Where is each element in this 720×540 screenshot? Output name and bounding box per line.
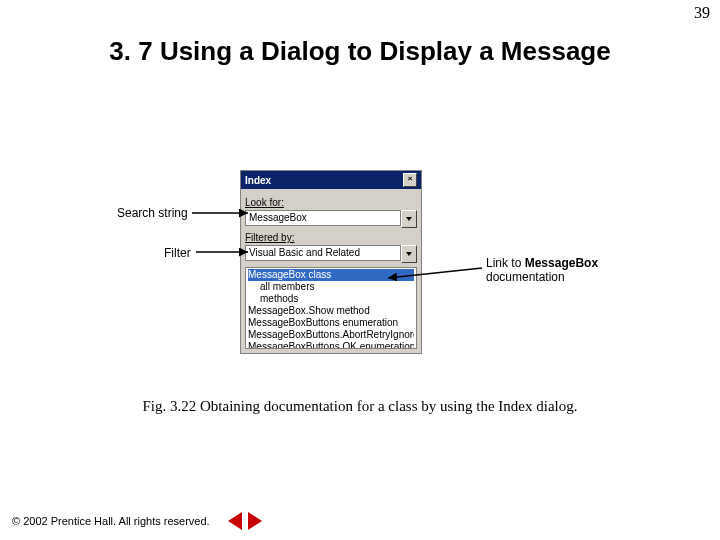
page-number: 39	[694, 4, 710, 22]
dialog-title: Index	[245, 175, 271, 186]
list-item[interactable]: MessageBoxButtons enumeration	[248, 317, 414, 329]
dialog-titlebar: Index ×	[241, 171, 421, 189]
page-title: 3. 7 Using a Dialog to Display a Message	[0, 36, 720, 67]
lookfor-input[interactable]: MessageBox	[245, 210, 401, 226]
filteredby-label: Filtered by:	[245, 232, 417, 243]
list-item[interactable]: all members	[248, 281, 414, 293]
results-list[interactable]: MessageBox class all members methods Mes…	[245, 267, 417, 349]
lookfor-label: Look for:	[245, 197, 417, 208]
callout-search-string: Search string	[117, 206, 188, 220]
close-icon[interactable]: ×	[403, 173, 417, 187]
dialog-body: Look for: MessageBox Filtered by: Visual…	[241, 189, 421, 353]
nav-next-icon[interactable]	[248, 512, 262, 530]
callout-link: Link to MessageBox documentation	[486, 256, 598, 284]
list-item[interactable]: MessageBoxButtons.AbortRetryIgnore enu	[248, 329, 414, 341]
callout-link-text-a: Link to	[486, 256, 525, 270]
filteredby-input[interactable]: Visual Basic and Related	[245, 245, 401, 261]
filteredby-dropdown-button[interactable]	[401, 245, 417, 263]
list-item[interactable]: MessageBoxButtons.OK enumeration mem	[248, 341, 414, 349]
callout-filter: Filter	[164, 246, 191, 260]
nav-prev-icon[interactable]	[228, 512, 242, 530]
list-item[interactable]: MessageBox class	[248, 269, 414, 281]
callout-link-text-b: MessageBox	[525, 256, 598, 270]
figure-caption: Fig. 3.22 Obtaining documentation for a …	[0, 398, 720, 415]
list-item[interactable]: MessageBox.Show method	[248, 305, 414, 317]
footer: © 2002 Prentice Hall. All rights reserve…	[12, 512, 262, 530]
index-dialog: Index × Look for: MessageBox Filtered by…	[240, 170, 422, 354]
copyright: © 2002 Prentice Hall. All rights reserve…	[12, 515, 210, 527]
callout-link-text-c: documentation	[486, 270, 565, 284]
list-item[interactable]: methods	[248, 293, 414, 305]
lookfor-dropdown-button[interactable]	[401, 210, 417, 228]
